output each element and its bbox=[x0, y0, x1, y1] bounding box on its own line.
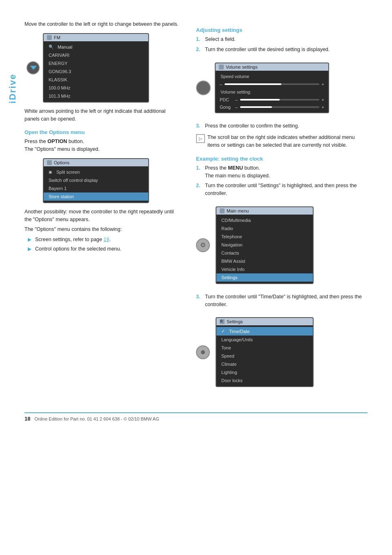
main-menu-screen: Main menu CD/Multimedia Radio Telephone … bbox=[216, 206, 314, 284]
settings-title-icon: ⚙ bbox=[220, 319, 225, 324]
menu-row-radio: Radio bbox=[216, 224, 313, 233]
adjusting-heading: Adjusting settings bbox=[196, 27, 368, 33]
main-menu-controller: ⚙ bbox=[196, 229, 212, 262]
gear-icon: ⚙ bbox=[196, 238, 210, 252]
slider-minus-1: – bbox=[220, 82, 222, 87]
step-text-1: Select a field. bbox=[205, 36, 236, 43]
volume-screen: Volume settings Speed volume – + Volume … bbox=[215, 63, 329, 113]
controller-area bbox=[27, 61, 40, 74]
slider-track-3 bbox=[240, 106, 319, 108]
adjusting-steps-list: 1. Select a field. 2. Turn the controlle… bbox=[196, 36, 368, 54]
volume-title-icon bbox=[219, 65, 224, 69]
volume-row-label: Volume setting: bbox=[216, 88, 328, 96]
bullet-arrow-1: ▶ bbox=[28, 236, 33, 244]
step-3b-item: 3. Turn the controller until "Time/Date"… bbox=[196, 293, 368, 309]
search-icon: 🔍 bbox=[49, 45, 53, 49]
settings-title-bar: ⚙ Settings bbox=[216, 318, 313, 325]
bullet-arrow-2: ▶ bbox=[28, 245, 33, 253]
slider-plus-1: + bbox=[322, 82, 324, 87]
settings-controller-dot bbox=[201, 350, 205, 354]
slider-fill-3 bbox=[240, 106, 272, 108]
options-bullet-list: ▶ Screen settings, refer to page 19. ▶ C… bbox=[28, 236, 180, 253]
main-menu-screen-wrapper: ⚙ Main menu CD/Multimedia Radio Telephon… bbox=[196, 201, 368, 289]
main-menu-title-bar: Main menu bbox=[216, 207, 313, 215]
two-column-layout: Move the controller to the left or right… bbox=[24, 20, 368, 396]
step-num-3: 3. bbox=[196, 122, 203, 130]
fm-title-icon bbox=[47, 35, 52, 40]
white-arrows-text: White arrows pointing to the left or rig… bbox=[24, 107, 180, 123]
fm-row-energy: ENERGY bbox=[44, 59, 148, 67]
intro-text: Move the controller to the left or right… bbox=[24, 20, 180, 28]
page-container: iDrive Move the controller to the left o… bbox=[0, 0, 392, 555]
options-screen-body: ▣ Split screen Switch off control displa… bbox=[44, 166, 148, 202]
fm-title-bar: FM bbox=[44, 34, 148, 41]
menu-row-vehicle: Vehicle Info bbox=[216, 265, 313, 273]
fm-row-klassik: KLASSIK bbox=[44, 76, 148, 84]
example-heading: Example: setting the clock bbox=[196, 156, 368, 162]
menu-row-navigation: Navigation bbox=[216, 241, 313, 249]
settings-row-tone: Tone bbox=[216, 344, 313, 352]
settings-controller bbox=[196, 336, 212, 369]
menu-row-cd: CD/Multimedia bbox=[216, 216, 313, 224]
settings-row-language: Language/Units bbox=[216, 336, 313, 344]
fm-row-100: 100.0 MHz bbox=[44, 84, 148, 92]
split-screen-icon: ▣ bbox=[49, 170, 52, 174]
footer-text: Online Edition for Part no. 01 41 2 604 … bbox=[34, 416, 159, 421]
options-row-split: ▣ Split screen bbox=[44, 168, 148, 176]
options-screen-wrapper: Options ▣ Split screen Switch off contro… bbox=[43, 158, 149, 203]
options-screen: Options ▣ Split screen Switch off contro… bbox=[43, 158, 149, 203]
page-link-19[interactable]: 19 bbox=[103, 237, 109, 242]
right-column: Adjusting settings 1. Select a field. 2.… bbox=[196, 20, 368, 396]
example-step-1: 1. Press the MENU button.The main menu i… bbox=[196, 164, 368, 180]
options-title-icon bbox=[47, 160, 52, 165]
main-menu-title-icon bbox=[220, 208, 225, 213]
slider-track-1 bbox=[225, 83, 319, 85]
sidebar-label: iDrive bbox=[7, 74, 18, 103]
checkmark-icon: ✓ bbox=[221, 329, 225, 334]
contains-text: The "Options" menu contains the followin… bbox=[24, 226, 180, 233]
bullet-text-1: Screen settings, refer to page 19. bbox=[35, 236, 111, 244]
step3b-list: 3. Turn the controller until "Time/Date"… bbox=[196, 293, 368, 309]
volume-title-bar: Volume settings bbox=[216, 63, 328, 71]
volume-slider-speed: – + bbox=[216, 81, 328, 88]
step-text-2: Turn the controller until the desired se… bbox=[205, 46, 330, 54]
step-num-2: 2. bbox=[196, 46, 203, 54]
bullet-item-2: ▶ Control options for the selected menu. bbox=[28, 245, 180, 253]
slider-minus-3: – bbox=[235, 105, 238, 110]
volume-screen-body: Speed volume – + Volume setting: PDC – bbox=[216, 71, 328, 112]
fm-row-manual-text: Manual bbox=[58, 45, 72, 49]
settings-row-doorlocks: Door locks bbox=[216, 376, 313, 385]
options-menu-displayed: The "Options" menu is displayed. bbox=[24, 146, 100, 152]
fm-row-gong: GONG96.3 bbox=[44, 67, 148, 76]
scroll-indicator-box: ▷ bbox=[196, 134, 205, 143]
volume-controller-circle bbox=[196, 81, 211, 95]
settings-row-climate: Climate bbox=[216, 360, 313, 368]
menu-row-bmw: BMW Assist bbox=[216, 257, 313, 265]
open-options-para: Press the OPTION button. The "Options" m… bbox=[24, 138, 180, 153]
options-title-bar: Options bbox=[44, 159, 148, 166]
options-row-switch: Switch off control display bbox=[44, 176, 148, 184]
options-row-store: Store station bbox=[44, 192, 148, 201]
volume-title-text: Volume settings bbox=[226, 65, 258, 69]
example-text-1: Press the MENU button.The main menu is d… bbox=[205, 164, 270, 180]
fm-screen: FM 🔍 Manual CARIVARI ENERGY GONG96.3 KLA… bbox=[43, 33, 149, 103]
bullet-item-1: ▶ Screen settings, refer to page 19. bbox=[28, 236, 180, 244]
open-options-heading: Open the Options menu bbox=[24, 129, 180, 135]
slider-fill-1 bbox=[225, 83, 281, 85]
example-text-2: Turn the controller until "Settings" is … bbox=[205, 182, 368, 197]
menu-row-settings: Settings bbox=[216, 273, 313, 282]
example-num-1: 1. bbox=[196, 164, 203, 180]
menu-bold: MENU bbox=[228, 165, 243, 171]
slider-plus-3: + bbox=[322, 105, 324, 110]
step-num-3b: 3. bbox=[196, 293, 203, 309]
gong-label: Gong bbox=[220, 105, 233, 110]
step-text-3: Press the controller to confirm the sett… bbox=[205, 122, 299, 130]
fm-screen-wrapper: FM 🔍 Manual CARIVARI ENERGY GONG96.3 KLA… bbox=[43, 33, 180, 103]
controller-circle bbox=[27, 61, 40, 74]
menu-row-contacts: Contacts bbox=[216, 249, 313, 257]
gear-symbol: ⚙ bbox=[200, 241, 206, 249]
example-steps-list: 1. Press the MENU button.The main menu i… bbox=[196, 164, 368, 197]
fm-row-manual: 🔍 Manual bbox=[44, 43, 148, 51]
bullet-text-2: Control options for the selected menu. bbox=[35, 245, 121, 253]
slider-track-2 bbox=[240, 99, 319, 101]
